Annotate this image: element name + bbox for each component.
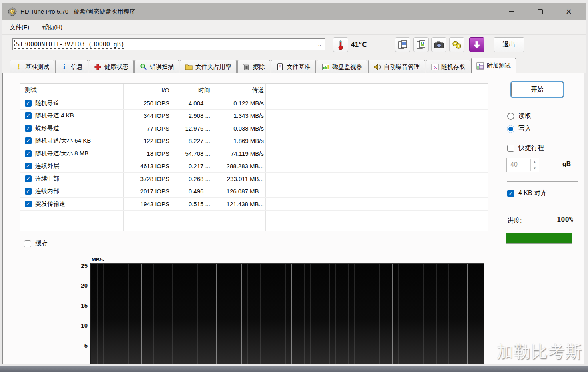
tab-strip: ! 基准测试 i 信息 健康状态 错误扫描 文件夹占用率 [2,56,586,73]
align-checkbox[interactable]: ✓ [507,190,514,197]
table-row[interactable]: ✓随机寻道 250 IOPS 4.004 ... 0.122 MB/s [20,97,488,110]
header-test[interactable]: 测试 [25,84,37,97]
row-checkbox[interactable]: ✓ [25,150,32,157]
menu-help[interactable]: 帮助(H) [36,21,68,34]
row-checkbox[interactable]: ✓ [25,188,32,195]
row-checkbox[interactable]: ✓ [25,112,32,119]
save-results-button[interactable] [469,37,484,52]
tab-file-benchmark[interactable]: ! 文件基准 [271,60,316,73]
io-value: 344 IOPS [125,110,169,122]
time-value: 0.217 ... [173,160,210,173]
extra-tests-panel: 测试 I/O 时间 传递 ✓随机寻道 250 IOPS 4.004 ... 0.… [2,73,584,364]
noise-management-icon [373,63,381,71]
tab-health[interactable]: 健康状态 [89,60,134,73]
folder-usage-icon [185,63,193,71]
start-button[interactable]: 开始 [511,82,563,97]
table-row[interactable]: ✓随机寻道 4 KB 344 IOPS 2.908 ... 1.343 MB/s [20,110,488,123]
menu-file[interactable]: 文件(F) [4,21,35,34]
transfer-value: 0.038 MB/s [213,122,264,135]
test-name: 蝶形寻道 [35,125,59,132]
table-row[interactable]: ✓突发传输速 1943 IOPS 0.515 ... 121.438 MB... [20,198,488,211]
copy-text-button[interactable] [395,37,410,52]
test-name: 随机寻道/大小 8 MB [35,150,88,157]
tab-noise-management[interactable]: 自动噪音管理 [368,60,425,73]
ytick-25: 25 [73,262,88,269]
temperature-button[interactable] [333,37,348,52]
toolbar: ST30000NT011-3V2103 (30000 gB) ⌄ 41℃ [2,35,586,56]
table-row[interactable]: ✓连续内部 2017 IOPS 0.496 ... 126.087 MB... [20,185,488,198]
app-window: HD Tune Pro 5.70 - 硬盘/固态硬盘实用程序 ✕ 文件(F) 帮… [0,0,588,372]
short-stroke-checkbox[interactable] [507,145,514,152]
stepper-up-icon[interactable]: ▲ [531,159,538,165]
cache-option[interactable]: 缓存 [24,239,48,248]
read-mode-option[interactable]: 读取 [507,112,531,120]
write-label: 写入 [518,125,531,133]
table-row[interactable]: ✓随机寻道/大小 64 KB 122 IOPS 8.227 ... 1.869 … [20,135,488,148]
transfer-value: 233.011 MB... [213,173,264,185]
cache-checkbox[interactable] [24,240,31,247]
row-checkbox[interactable]: ✓ [25,163,32,169]
write-mode-option[interactable]: 写入 [507,125,531,133]
tab-disk-monitor[interactable]: 磁盘监视器 [317,60,367,73]
camera-icon [434,40,444,49]
capacity-stepper[interactable]: 40 ▲ ▼ [506,158,539,172]
tab-random-access[interactable]: 随机存取 [426,60,470,73]
transfer-value: 74.119 MB/s [213,147,264,160]
short-stroke-label: 快捷行程 [518,144,544,152]
ytick-20: 20 [73,282,88,289]
test-name: 随机寻道 4 KB [35,112,74,119]
tab-info[interactable]: i 信息 [55,60,88,73]
copy-image-button[interactable] [413,37,429,52]
options-button[interactable] [449,37,464,52]
tab-erase[interactable]: 擦除 [237,60,270,73]
row-checkbox[interactable]: ✓ [25,137,32,144]
screenshot-button[interactable] [431,37,446,52]
divider [507,105,578,105]
tab-benchmark[interactable]: ! 基准测试 [10,60,54,73]
test-name: 随机寻道/大小 64 KB [35,137,91,145]
tab-error-scan[interactable]: 错误扫描 [134,60,179,73]
write-radio[interactable] [507,125,514,133]
transfer-value: 288.283 MB... [213,160,264,173]
time-value: 0.496 ... [173,185,210,198]
thermometer-icon [338,40,343,50]
time-value: 0.515 ... [173,198,210,210]
header-transfer[interactable]: 传递 [213,84,264,97]
download-arrow-icon [473,40,481,49]
table-row[interactable]: ✓随机寻道/大小 8 MB 18 IOPS 54.708 ... 74.119 … [20,147,488,160]
temperature-value: 41℃ [351,40,367,49]
hd-tune-app-icon [8,7,17,16]
row-checkbox[interactable]: ✓ [25,100,32,107]
table-row[interactable]: ✓蝶形寻道 77 IOPS 12.976 ... 0.038 MB/s [20,122,488,135]
align-option[interactable]: ✓ 4 KB 对齐 [507,189,547,197]
row-checkbox[interactable]: ✓ [25,125,32,132]
header-time[interactable]: 时间 [173,84,210,97]
maximize-button[interactable] [526,3,554,20]
capacity-unit: gB [562,161,571,168]
gears-icon [452,40,462,50]
read-radio[interactable] [507,113,514,120]
close-button[interactable]: ✕ [554,3,583,20]
time-value: 2.908 ... [173,110,210,122]
row-checkbox[interactable]: ✓ [25,175,32,182]
time-value: 0.268 ... [173,173,210,185]
time-value: 4.004 ... [173,97,210,109]
ytick-15: 15 [73,302,88,309]
exit-button[interactable]: 退出 [494,37,524,52]
row-checkbox[interactable]: ✓ [25,201,32,207]
table-row[interactable]: ✓连续中部 3728 IOPS 0.268 ... 233.011 MB... [20,173,488,185]
short-stroke-option[interactable]: 快捷行程 [507,144,544,152]
minimize-button[interactable] [497,3,526,20]
tab-extra-tests[interactable]: 附加测试 [471,58,516,73]
drive-select-dropdown[interactable]: ST30000NT011-3V2103 (30000 gB) ⌄ [12,38,325,50]
maximize-icon [538,9,543,14]
table-row[interactable]: ✓连续外层 4613 IOPS 0.217 ... 288.283 MB... [20,160,488,173]
test-name: 随机寻道 [35,99,59,107]
info-icon: i [60,63,68,71]
tab-folder-usage[interactable]: 文件夹占用率 [180,60,237,73]
transfer-value: 126.087 MB... [213,185,264,198]
header-io[interactable]: I/O [125,84,169,97]
health-icon [94,63,102,71]
stepper-down-icon[interactable]: ▼ [531,165,538,171]
test-name: 连续中部 [35,175,59,183]
